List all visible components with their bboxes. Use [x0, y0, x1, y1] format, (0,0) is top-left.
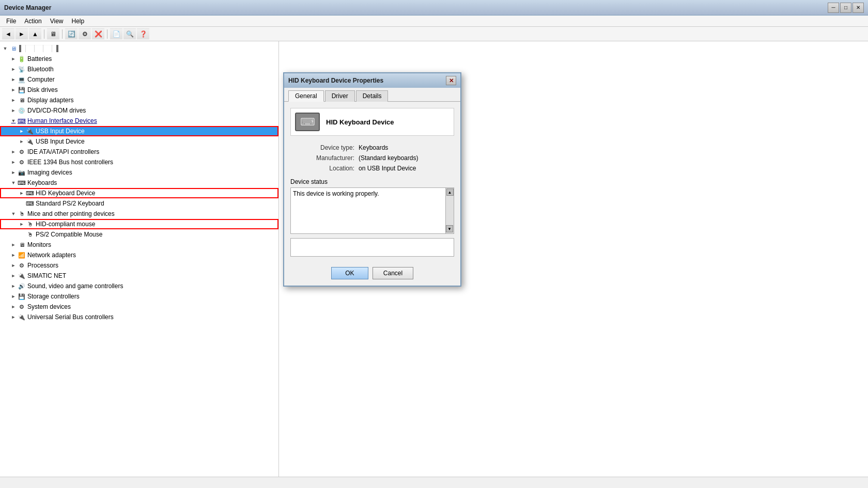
toolbar-refresh-button[interactable]: 🔄 [65, 28, 78, 40]
tree-item-batteries[interactable]: ► 🔋 Batteries [0, 54, 278, 64]
location-value: on USB Input Device [359, 165, 452, 172]
tree-expander-storage[interactable]: ► [9, 292, 18, 301]
tree-expander-disk-drives[interactable]: ► [9, 86, 18, 94]
tree-label-ieee1394: IEEE 1394 Bus host controllers [27, 159, 113, 166]
tree-expander-usb-input-2[interactable]: ► [18, 137, 26, 146]
tree-item-computer[interactable]: ► 💻 Computer [0, 74, 278, 85]
tree-item-dvd-cdrom[interactable]: ► 💿 DVD/CD-ROM drives [0, 105, 278, 116]
scroll-up[interactable]: ▲ [446, 188, 454, 196]
scroll-down[interactable]: ▼ [446, 225, 453, 232]
tree-label-processors: Processors [27, 262, 58, 269]
tree-item-system[interactable]: ► ⚙ System devices [0, 302, 278, 312]
tree-item-mice[interactable]: ▼ 🖱 Mice and other pointing devices [0, 209, 278, 219]
tab-general[interactable]: General [288, 90, 324, 102]
tree-item-display-adapters[interactable]: ► 🖥 Display adapters [0, 95, 278, 105]
tree-expander-keyboards[interactable]: ▼ [9, 179, 18, 187]
menu-help[interactable]: Help [68, 17, 89, 26]
tree-label-keyboards: Keyboards [27, 179, 57, 186]
tree-item-hid-keyboard[interactable]: ► ⌨ HID Keyboard Device [0, 188, 278, 198]
tree-expander-hid[interactable]: ▼ [9, 117, 18, 125]
tree-item-network[interactable]: ► 📶 Network adapters [0, 250, 278, 260]
tree-item-disk-drives[interactable]: ► 💾 Disk drives [0, 85, 278, 95]
tree-item-storage[interactable]: ► 💾 Storage controllers [0, 291, 278, 302]
tree-item-root[interactable]: ▼ 🖥 ████████ [0, 43, 278, 54]
tree-expander-network[interactable]: ► [9, 251, 18, 259]
tree-expander-ide-ata[interactable]: ► [9, 148, 18, 156]
menu-action[interactable]: Action [20, 17, 45, 26]
tree-item-usb-input-device-2[interactable]: ► 🔌 USB Input Device [0, 136, 278, 147]
toolbar-forward-button[interactable]: ► [16, 28, 28, 40]
tree-label-ide-ata: IDE ATA/ATAPI controllers [27, 148, 99, 155]
maximize-button[interactable]: □ [840, 3, 851, 13]
device-status-section: Device status This device is working pro… [290, 178, 454, 234]
tab-driver[interactable]: Driver [325, 90, 355, 102]
tree-label-mice: Mice and other pointing devices [27, 210, 115, 217]
status-scrollbar[interactable]: ▲ ▼ [445, 188, 454, 233]
tree-expander-display-adapters[interactable]: ► [9, 96, 18, 104]
toolbar-properties-button[interactable]: ⚙ [79, 28, 91, 40]
tree-item-keyboards[interactable]: ▼ ⌨ Keyboards [0, 178, 278, 188]
device-status-box[interactable]: This device is working properly. ▲ ▼ [290, 187, 454, 234]
tree-expander-mice[interactable]: ▼ [9, 210, 18, 218]
tree-expander-usb-input-1[interactable]: ► [18, 127, 26, 135]
tree-expander-processors[interactable]: ► [9, 261, 18, 270]
tree-icon-processors: ⚙ [18, 261, 26, 270]
ok-button[interactable]: OK [331, 267, 368, 279]
menu-view[interactable]: View [46, 17, 68, 26]
tree-item-ps2-mouse[interactable]: ► 🖱 PS/2 Compatible Mouse [0, 229, 278, 240]
toolbar-computer-button[interactable]: 🖥 [47, 28, 59, 40]
tree-expander-monitors[interactable]: ► [9, 241, 18, 249]
device-tree[interactable]: ▼ 🖥 ████████ ► 🔋 Batteries ► 📡 Bluetooth… [0, 41, 279, 488]
tree-icon-ps2-mouse: 🖱 [26, 230, 34, 239]
tree-item-bluetooth[interactable]: ► 📡 Bluetooth [0, 64, 278, 74]
tree-label-hid-keyboard: HID Keyboard Device [36, 190, 95, 197]
toolbar-print-button[interactable]: 📄 [110, 28, 122, 40]
device-properties-dialog[interactable]: HID Keyboard Device Properties ✕ General… [283, 72, 461, 287]
tree-icon-network: 📶 [18, 251, 26, 259]
tree-expander-bluetooth[interactable]: ► [9, 65, 18, 73]
tree-item-usb[interactable]: ► 🔌 Universal Serial Bus controllers [0, 312, 278, 322]
close-button[interactable]: ✕ [853, 3, 864, 13]
tree-label-simatic: SIMATIC NET [27, 272, 66, 279]
tab-details[interactable]: Details [356, 90, 389, 102]
tree-expander-ieee1394[interactable]: ► [9, 158, 18, 166]
toolbar-separator-2 [62, 29, 63, 39]
toolbar-help-button[interactable]: ❓ [137, 28, 149, 40]
tree-expander-dvd-cdrom[interactable]: ► [9, 106, 18, 115]
menu-file[interactable]: File [2, 17, 20, 26]
tree-item-ieee1394[interactable]: ► ⚙ IEEE 1394 Bus host controllers [0, 157, 278, 167]
tree-item-sound[interactable]: ► 🔊 Sound, video and game controllers [0, 281, 278, 291]
device-name: HID Keyboard Device [326, 118, 394, 126]
tree-icon-simatic: 🔌 [18, 272, 26, 280]
dialog-close-button[interactable]: ✕ [446, 76, 456, 85]
tree-item-usb-input-device-1[interactable]: ► 🔌 USB Input Device [0, 126, 278, 136]
tree-item-hid[interactable]: ▼ ⌨ Human Interface Devices [0, 116, 278, 126]
tree-expander-simatic[interactable]: ► [9, 272, 18, 280]
tree-expander-root[interactable]: ▼ [1, 44, 9, 53]
toolbar-search-button[interactable]: 🔍 [123, 28, 136, 40]
toolbar-up-button[interactable]: ▲ [29, 28, 41, 40]
cancel-button[interactable]: Cancel [373, 267, 413, 279]
tree-expander-hid-mouse[interactable]: ► [18, 220, 26, 228]
tree-expander-sound[interactable]: ► [9, 282, 18, 290]
tree-item-ide-ata[interactable]: ► ⚙ IDE ATA/ATAPI controllers [0, 147, 278, 157]
dialog-tabs: General Driver Details [284, 88, 460, 102]
tree-item-processors[interactable]: ► ⚙ Processors [0, 260, 278, 271]
tree-item-ps2-keyboard[interactable]: ► ⌨ Standard PS/2 Keyboard [0, 198, 278, 209]
tree-item-hid-mouse[interactable]: ► 🖱 HID-compliant mouse [0, 219, 278, 229]
minimize-button[interactable]: ─ [828, 3, 839, 13]
tree-item-monitors[interactable]: ► 🖥 Monitors [0, 240, 278, 250]
tree-expander-usb[interactable]: ► [9, 313, 18, 321]
toolbar-back-button[interactable]: ◄ [2, 28, 14, 40]
tree-expander-computer[interactable]: ► [9, 75, 18, 84]
tree-expander-hid-keyboard[interactable]: ► [18, 189, 26, 197]
tree-expander-batteries[interactable]: ► [9, 55, 18, 63]
tree-icon-sound: 🔊 [18, 282, 26, 290]
tree-item-imaging[interactable]: ► 📷 Imaging devices [0, 167, 278, 178]
tree-label-ps2-mouse: PS/2 Compatible Mouse [36, 231, 102, 238]
tree-expander-system[interactable]: ► [9, 303, 18, 311]
toolbar-remove-button[interactable]: ❌ [92, 28, 104, 40]
tree-item-simatic[interactable]: ► 🔌 SIMATIC NET [0, 271, 278, 281]
tree-label-root: ████████ [19, 45, 58, 52]
tree-expander-imaging[interactable]: ► [9, 168, 18, 177]
